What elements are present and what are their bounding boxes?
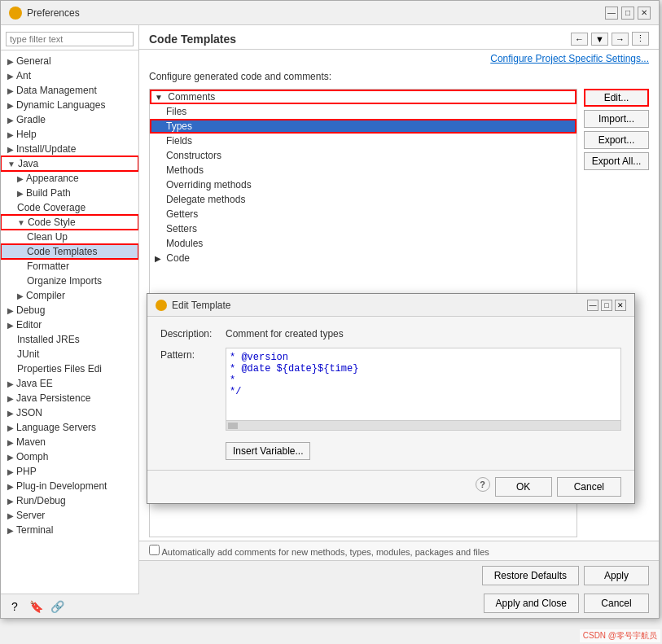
apply-close-footer: Apply and Close Cancel [139,590,659,618]
sidebar-item-appearance[interactable]: ▶Appearance [1,171,138,186]
sidebar-item-json[interactable]: ▶JSON [1,405,138,420]
insert-variable-button[interactable]: Insert Variable... [226,442,310,460]
sidebar-item-organize-imports[interactable]: Organize Imports [1,274,138,288]
sidebar-item-install-update[interactable]: ▶Install/Update [1,142,138,156]
pattern-row: Pattern: * @version * @date ${date}${tim… [160,348,621,431]
help-icon[interactable]: ? [7,599,22,614]
link-icon[interactable]: 🔗 [50,599,64,614]
sidebar-item-clean-up[interactable]: Clean Up [1,230,138,244]
sidebar-item-formatter[interactable]: Formatter [1,259,138,274]
export-button[interactable]: Export... [584,131,649,149]
watermark: CSDN @零号宇航员 [580,629,660,642]
templates-tree-item-comments[interactable]: ▼ Comments [150,90,577,104]
app-icon [9,7,22,20]
horizontal-scrollbar[interactable] [226,421,621,431]
sidebar-item-build-path[interactable]: ▶Build Path [1,186,138,200]
close-button[interactable]: ✕ [638,7,651,20]
sidebar-item-java[interactable]: ▼Java [1,156,138,171]
sidebar-item-language-servers[interactable]: ▶Language Servers [1,420,138,435]
restore-defaults-button[interactable]: Restore Defaults [482,566,579,585]
templates-tree-item-methods[interactable]: Methods [150,163,577,177]
sidebar-item-properties-files[interactable]: Properties Files Edi [1,361,138,376]
auto-comments-checkbox[interactable] [149,545,160,555]
templates-tree-item-getters[interactable]: Getters [150,207,577,221]
sidebar-item-gradle[interactable]: ▶Gradle [1,112,138,127]
filter-box [1,28,138,50]
bottom-area: Automatically add comments for new metho… [139,541,659,560]
bottom-icon-bar: ? 🔖 🔗 [1,594,139,618]
description-label: Description: [160,326,226,340]
templates-tree-item-files[interactable]: Files [150,104,577,119]
sidebar-item-terminal[interactable]: ▶Terminal [1,523,138,537]
apply-close-button[interactable]: Apply and Close [484,594,579,613]
description-value: Comment for created types [226,326,621,340]
sidebar-item-editor[interactable]: ▶Editor [1,318,138,332]
dialog-title: Edit Template [172,300,231,311]
dialog-footer: ? OK Cancel [147,470,634,503]
sidebar-item-code-templates[interactable]: Code Templates [1,244,138,259]
configure-link[interactable]: Configure Project Specific Settings... [139,50,659,68]
minimize-button[interactable]: — [605,7,618,20]
templates-tree-item-code[interactable]: ▶ Code [150,251,577,265]
edit-template-dialog: Edit Template — □ ✕ Description: Comment… [147,293,635,504]
sidebar-item-java-ee[interactable]: ▶Java EE [1,376,138,391]
bookmark-icon[interactable]: 🔖 [28,599,43,614]
sidebar-item-plugin-development[interactable]: ▶Plug-in Development [1,479,138,493]
sidebar-item-maven[interactable]: ▶Maven [1,435,138,449]
dialog-help-icon[interactable]: ? [476,477,490,492]
maximize-button[interactable]: □ [621,7,634,20]
sidebar-item-ant[interactable]: ▶Ant [1,68,138,83]
templates-tree-item-modules[interactable]: Modules [150,236,577,251]
sidebar-item-dynamic-languages[interactable]: ▶Dynamic Languages [1,98,138,112]
pattern-editor[interactable]: * @version * @date ${date}${time} * */ [226,348,621,421]
dialog-minimize-button[interactable]: — [587,300,598,311]
forward-button[interactable]: → [612,33,629,46]
pattern-line-1: * @version [230,352,617,363]
sidebar-item-run-debug[interactable]: ▶Run/Debug [1,493,138,508]
sidebar-item-installed-jres[interactable]: Installed JREs [1,332,138,347]
pattern-line-2: * @date ${date}${time} [230,363,617,375]
dialog-body: Description: Comment for created types P… [147,317,634,470]
cancel-button[interactable]: Cancel [584,594,649,613]
sidebar-item-code-style[interactable]: ▼Code Style [1,215,138,230]
sidebar-item-debug[interactable]: ▶Debug [1,303,138,318]
sidebar-item-php[interactable]: ▶PHP [1,464,138,479]
configure-desc: Configure generated code and comments: [139,68,659,85]
dialog-close-button[interactable]: ✕ [615,300,626,311]
window-title: Preferences [27,7,80,19]
sidebar-item-compiler[interactable]: ▶Compiler [1,288,138,303]
import-button[interactable]: Import... [584,110,649,128]
sidebar-item-server[interactable]: ▶Server [1,508,138,523]
sidebar-item-java-persistence[interactable]: ▶Java Persistence [1,391,138,405]
back-button[interactable]: ← [571,33,588,46]
sidebar-item-junit[interactable]: JUnit [1,347,138,361]
export-all-button[interactable]: Export All... [584,152,649,170]
more-button[interactable]: ⋮ [632,32,649,46]
dialog-icon [156,300,167,311]
footer-buttons: Restore Defaults Apply [139,560,659,590]
description-row: Description: Comment for created types [160,326,621,340]
templates-tree-item-overriding-methods[interactable]: Overriding methods [150,177,577,192]
edit-button[interactable]: Edit... [584,89,649,107]
dialog-ok-button[interactable]: OK [495,477,552,497]
sidebar-item-oomph[interactable]: ▶Oomph [1,449,138,464]
templates-tree-item-delegate-methods[interactable]: Delegate methods [150,192,577,207]
sidebar-item-data-management[interactable]: ▶Data Management [1,83,138,98]
templates-tree-item-fields[interactable]: Fields [150,134,577,148]
templates-tree-item-constructors[interactable]: Constructors [150,148,577,163]
content-header: Code Templates ← ▼ → ⋮ [139,25,659,50]
sidebar-item-code-coverage[interactable]: Code Coverage [1,200,138,215]
forward-dropdown-button[interactable]: ▼ [591,33,608,46]
templates-tree-item-setters[interactable]: Setters [150,221,577,236]
pattern-line-4: */ [230,386,617,397]
page-title: Code Templates [149,33,236,46]
dialog-maximize-button[interactable]: □ [601,300,612,311]
title-bar: Preferences — □ ✕ [1,1,659,25]
dialog-cancel-button[interactable]: Cancel [557,477,621,497]
apply-button[interactable]: Apply [584,566,649,585]
sidebar-item-help[interactable]: ▶Help [1,127,138,142]
templates-tree-item-types[interactable]: Types [150,119,577,134]
pattern-label: Pattern: [160,348,226,361]
sidebar-item-general[interactable]: ▶General [1,54,138,68]
search-input[interactable] [6,32,134,46]
